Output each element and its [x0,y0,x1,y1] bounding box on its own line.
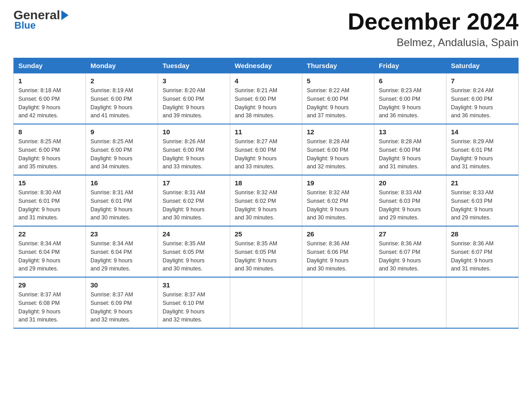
day-number: 9 [90,128,153,136]
day-number: 28 [451,230,514,238]
calendar-cell: 23 Sunrise: 8:34 AM Sunset: 6:04 PM Dayl… [86,226,158,277]
day-number: 15 [18,179,81,187]
day-info: Sunrise: 8:31 AM Sunset: 6:01 PM Dayligh… [90,188,153,222]
day-header-thursday: Thursday [302,58,374,73]
day-info: Sunrise: 8:26 AM Sunset: 6:00 PM Dayligh… [163,137,225,171]
calendar-cell: 4 Sunrise: 8:21 AM Sunset: 6:00 PM Dayli… [230,73,302,124]
day-number: 26 [307,230,369,238]
calendar-cell [374,277,446,328]
day-number: 14 [451,128,514,136]
calendar-cell: 24 Sunrise: 8:35 AM Sunset: 6:05 PM Dayl… [158,226,230,277]
calendar-week-row: 8 Sunrise: 8:25 AM Sunset: 6:00 PM Dayli… [14,124,519,175]
day-info: Sunrise: 8:21 AM Sunset: 6:00 PM Dayligh… [235,86,297,120]
day-header-tuesday: Tuesday [158,58,230,73]
logo: General Blue [13,9,69,31]
day-number: 18 [235,179,297,187]
calendar-week-row: 15 Sunrise: 8:30 AM Sunset: 6:01 PM Dayl… [14,175,519,226]
day-info: Sunrise: 8:28 AM Sunset: 6:00 PM Dayligh… [307,137,369,171]
day-info: Sunrise: 8:25 AM Sunset: 6:00 PM Dayligh… [18,137,81,171]
day-info: Sunrise: 8:32 AM Sunset: 6:02 PM Dayligh… [235,188,297,222]
day-info: Sunrise: 8:36 AM Sunset: 6:07 PM Dayligh… [451,240,514,273]
day-info: Sunrise: 8:20 AM Sunset: 6:00 PM Dayligh… [163,86,225,120]
day-info: Sunrise: 8:23 AM Sunset: 6:00 PM Dayligh… [379,86,442,120]
day-info: Sunrise: 8:27 AM Sunset: 6:00 PM Dayligh… [235,137,297,171]
day-info: Sunrise: 8:22 AM Sunset: 6:00 PM Dayligh… [307,86,369,120]
calendar-week-row: 22 Sunrise: 8:34 AM Sunset: 6:04 PM Dayl… [14,226,519,277]
day-number: 22 [18,230,81,238]
day-number: 7 [451,77,514,85]
day-number: 29 [18,281,81,289]
day-number: 17 [163,179,225,187]
calendar-cell: 16 Sunrise: 8:31 AM Sunset: 6:01 PM Dayl… [86,175,158,226]
day-info: Sunrise: 8:29 AM Sunset: 6:01 PM Dayligh… [451,137,514,171]
day-info: Sunrise: 8:37 AM Sunset: 6:09 PM Dayligh… [90,291,153,324]
calendar-cell: 31 Sunrise: 8:37 AM Sunset: 6:10 PM Dayl… [158,277,230,328]
day-header-sunday: Sunday [14,58,86,73]
calendar-cell: 27 Sunrise: 8:36 AM Sunset: 6:07 PM Dayl… [374,226,446,277]
calendar-cell: 10 Sunrise: 8:26 AM Sunset: 6:00 PM Dayl… [158,124,230,175]
day-header-monday: Monday [86,58,158,73]
calendar-cell: 19 Sunrise: 8:32 AM Sunset: 6:02 PM Dayl… [302,175,374,226]
calendar-cell: 6 Sunrise: 8:23 AM Sunset: 6:00 PM Dayli… [374,73,446,124]
day-number: 4 [235,77,297,85]
day-info: Sunrise: 8:24 AM Sunset: 6:00 PM Dayligh… [451,86,514,120]
day-number: 5 [307,77,369,85]
day-number: 19 [307,179,369,187]
day-number: 31 [163,281,225,289]
day-number: 16 [90,179,153,187]
page-header: General Blue December 2024 Belmez, Andal… [13,9,519,49]
day-number: 3 [163,77,225,85]
calendar-cell: 1 Sunrise: 8:18 AM Sunset: 6:00 PM Dayli… [14,73,86,124]
calendar-cell: 13 Sunrise: 8:28 AM Sunset: 6:00 PM Dayl… [374,124,446,175]
calendar-cell: 2 Sunrise: 8:19 AM Sunset: 6:00 PM Dayli… [86,73,158,124]
calendar-cell: 26 Sunrise: 8:36 AM Sunset: 6:06 PM Dayl… [302,226,374,277]
calendar-cell [230,277,302,328]
day-number: 10 [163,128,225,136]
calendar-cell: 30 Sunrise: 8:37 AM Sunset: 6:09 PM Dayl… [86,277,158,328]
title-block: December 2024 Belmez, Andalusia, Spain [348,9,519,49]
calendar-cell: 5 Sunrise: 8:22 AM Sunset: 6:00 PM Dayli… [302,73,374,124]
day-info: Sunrise: 8:31 AM Sunset: 6:02 PM Dayligh… [163,188,225,222]
calendar-cell: 18 Sunrise: 8:32 AM Sunset: 6:02 PM Dayl… [230,175,302,226]
calendar-cell: 20 Sunrise: 8:33 AM Sunset: 6:03 PM Dayl… [374,175,446,226]
day-info: Sunrise: 8:35 AM Sunset: 6:05 PM Dayligh… [235,240,297,273]
day-number: 8 [18,128,81,136]
calendar-cell: 11 Sunrise: 8:27 AM Sunset: 6:00 PM Dayl… [230,124,302,175]
day-info: Sunrise: 8:18 AM Sunset: 6:00 PM Dayligh… [18,86,81,120]
month-year-title: December 2024 [348,9,519,34]
calendar-cell: 25 Sunrise: 8:35 AM Sunset: 6:05 PM Dayl… [230,226,302,277]
day-info: Sunrise: 8:32 AM Sunset: 6:02 PM Dayligh… [307,188,369,222]
day-info: Sunrise: 8:34 AM Sunset: 6:04 PM Dayligh… [90,240,153,273]
day-number: 25 [235,230,297,238]
calendar-week-row: 29 Sunrise: 8:37 AM Sunset: 6:08 PM Dayl… [14,277,519,328]
calendar-cell: 14 Sunrise: 8:29 AM Sunset: 6:01 PM Dayl… [446,124,519,175]
day-info: Sunrise: 8:25 AM Sunset: 6:00 PM Dayligh… [90,137,153,171]
day-info: Sunrise: 8:37 AM Sunset: 6:10 PM Dayligh… [163,291,225,324]
calendar-cell [446,277,519,328]
day-header-wednesday: Wednesday [230,58,302,73]
calendar-week-row: 1 Sunrise: 8:18 AM Sunset: 6:00 PM Dayli… [14,73,519,124]
day-number: 11 [235,128,297,136]
calendar-cell: 3 Sunrise: 8:20 AM Sunset: 6:00 PM Dayli… [158,73,230,124]
calendar-table: SundayMondayTuesdayWednesdayThursdayFrid… [13,58,519,329]
day-info: Sunrise: 8:34 AM Sunset: 6:04 PM Dayligh… [18,240,81,273]
day-number: 24 [163,230,225,238]
day-info: Sunrise: 8:30 AM Sunset: 6:01 PM Dayligh… [18,188,81,222]
day-number: 13 [379,128,442,136]
logo-blue: Blue [13,20,36,31]
day-info: Sunrise: 8:36 AM Sunset: 6:07 PM Dayligh… [379,240,442,273]
day-info: Sunrise: 8:19 AM Sunset: 6:00 PM Dayligh… [90,86,153,120]
day-info: Sunrise: 8:33 AM Sunset: 6:03 PM Dayligh… [451,188,514,222]
calendar-cell: 9 Sunrise: 8:25 AM Sunset: 6:00 PM Dayli… [86,124,158,175]
day-info: Sunrise: 8:28 AM Sunset: 6:00 PM Dayligh… [379,137,442,171]
day-info: Sunrise: 8:33 AM Sunset: 6:03 PM Dayligh… [379,188,442,222]
day-header-friday: Friday [374,58,446,73]
calendar-cell: 21 Sunrise: 8:33 AM Sunset: 6:03 PM Dayl… [446,175,519,226]
location-subtitle: Belmez, Andalusia, Spain [348,36,519,49]
day-info: Sunrise: 8:36 AM Sunset: 6:06 PM Dayligh… [307,240,369,273]
calendar-cell: 15 Sunrise: 8:30 AM Sunset: 6:01 PM Dayl… [14,175,86,226]
calendar-cell [302,277,374,328]
day-number: 27 [379,230,442,238]
calendar-cell: 7 Sunrise: 8:24 AM Sunset: 6:00 PM Dayli… [446,73,519,124]
day-info: Sunrise: 8:37 AM Sunset: 6:08 PM Dayligh… [18,291,81,324]
